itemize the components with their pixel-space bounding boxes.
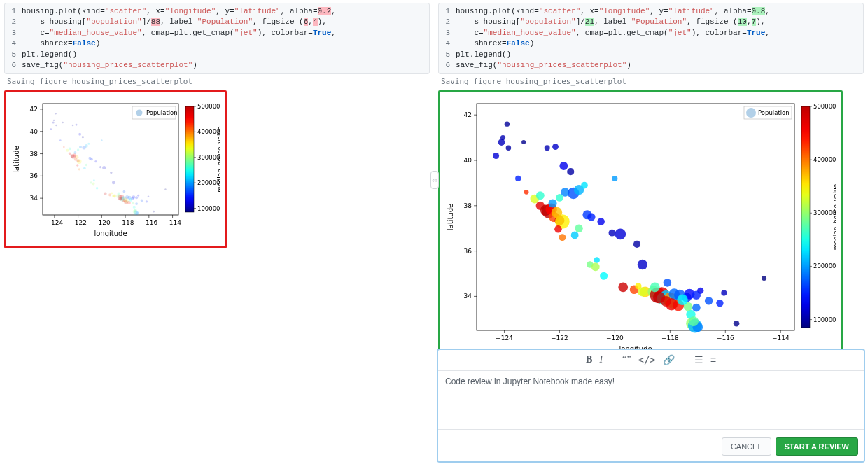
svg-point-180 (549, 200, 557, 208)
svg-point-72 (77, 149, 79, 151)
svg-text:median_house_value: median_house_value (216, 126, 220, 192)
svg-point-3 (55, 113, 56, 114)
comment-toolbar: B I “” </> 🔗 ☰ ≡ (438, 350, 864, 371)
svg-point-150 (634, 241, 640, 248)
svg-point-42 (132, 196, 136, 200)
svg-point-146 (612, 176, 617, 181)
svg-text:100000: 100000 (197, 205, 220, 212)
svg-text:500000: 500000 (197, 103, 220, 110)
comment-actions: CANCEL START A REVIEW (438, 432, 864, 461)
svg-text:latitude: latitude (13, 146, 20, 173)
svg-point-26 (102, 166, 106, 169)
svg-rect-0 (43, 104, 178, 215)
svg-point-151 (638, 260, 648, 270)
quote-icon[interactable]: “” (622, 354, 631, 366)
svg-point-188 (635, 284, 641, 290)
svg-point-75 (148, 196, 150, 198)
svg-point-58 (75, 155, 78, 159)
svg-point-17 (85, 144, 88, 148)
svg-point-30 (112, 181, 115, 185)
output-textl: Saving figure housing_prices_scatterplot (7, 77, 430, 86)
link-icon[interactable]: 🔗 (663, 354, 675, 366)
svg-point-66 (124, 200, 128, 204)
svg-point-21 (92, 183, 95, 186)
plot-container-right: −124−122−120−118−116−1143436384042longit… (438, 90, 843, 364)
svg-point-18 (85, 164, 88, 167)
svg-point-20 (90, 182, 92, 184)
svg-point-145 (609, 230, 616, 237)
svg-point-190 (587, 214, 595, 221)
svg-point-52 (78, 169, 80, 171)
svg-point-199 (677, 295, 687, 305)
svg-point-46 (135, 203, 138, 206)
svg-text:100000: 100000 (813, 316, 836, 323)
svg-text:median_house_value: median_house_value (832, 184, 836, 251)
svg-point-200 (692, 291, 701, 300)
comment-textarea[interactable]: Code review in Jupyter Notebook made eas… (438, 371, 864, 430)
svg-point-122 (493, 153, 499, 159)
svg-point-64 (55, 125, 57, 126)
svg-point-167 (692, 304, 701, 312)
svg-text:−116: −116 (140, 219, 158, 226)
svg-point-68 (93, 180, 95, 182)
svg-point-143 (597, 218, 604, 225)
code-icon[interactable]: </> (638, 354, 655, 366)
svg-point-183 (559, 162, 568, 170)
code-block-right: 1housing.plot(kind="scatter", x="longitu… (438, 3, 864, 74)
start-review-button[interactable]: START A REVIEW (776, 438, 858, 456)
svg-point-171 (716, 300, 723, 307)
svg-point-67 (111, 192, 113, 195)
svg-point-185 (506, 146, 512, 151)
svg-text:−124: −124 (46, 219, 64, 226)
svg-text:34: 34 (30, 195, 38, 202)
pane-divider-handle[interactable]: ⇔ (430, 171, 439, 189)
svg-point-125 (515, 176, 521, 181)
svg-point-228 (746, 108, 756, 118)
svg-text:−114: −114 (772, 335, 790, 342)
svg-text:−124: −124 (496, 335, 513, 342)
svg-rect-121 (477, 104, 794, 330)
svg-point-184 (545, 146, 550, 151)
svg-text:36: 36 (30, 173, 38, 180)
svg-point-29 (110, 172, 112, 174)
svg-point-47 (136, 212, 139, 216)
svg-point-74 (164, 189, 166, 190)
italic-icon[interactable]: I (599, 354, 603, 366)
svg-text:38: 38 (464, 202, 472, 209)
svg-point-14 (79, 146, 82, 148)
svg-text:40: 40 (464, 157, 472, 164)
svg-text:−122: −122 (551, 335, 568, 342)
svg-point-178 (581, 182, 588, 189)
svg-point-53 (76, 164, 78, 167)
cancel-button[interactable]: CANCEL (722, 438, 771, 456)
bold-icon[interactable]: B (586, 354, 592, 366)
svg-point-107 (136, 110, 143, 116)
review-comment-box: B I “” </> 🔗 ☰ ≡ Code review in Jupyter … (437, 349, 865, 463)
svg-point-187 (666, 298, 678, 310)
svg-point-69 (90, 158, 93, 161)
svg-point-70 (134, 209, 137, 213)
svg-point-50 (146, 201, 148, 203)
svg-text:Population: Population (758, 109, 790, 116)
svg-point-71 (83, 167, 86, 170)
svg-point-142 (592, 263, 600, 272)
svg-point-76 (123, 190, 126, 193)
svg-text:−116: −116 (717, 335, 734, 342)
svg-point-139 (575, 225, 582, 232)
svg-point-170 (705, 297, 713, 304)
svg-point-13 (77, 160, 82, 164)
svg-point-1 (50, 128, 52, 130)
svg-point-202 (522, 140, 526, 144)
svg-text:34: 34 (464, 293, 472, 300)
unordered-list-icon[interactable]: ≡ (710, 354, 716, 366)
svg-point-173 (559, 234, 566, 241)
svg-point-136 (567, 168, 574, 175)
svg-point-51 (153, 211, 155, 213)
svg-point-80 (53, 120, 55, 121)
diff-pane-right: 1housing.plot(kind="scatter", x="longitu… (434, 0, 868, 476)
svg-rect-109 (186, 106, 194, 212)
svg-text:42: 42 (464, 112, 472, 119)
svg-text:500000: 500000 (813, 103, 836, 110)
ordered-list-icon[interactable]: ☰ (694, 354, 704, 366)
svg-point-126 (524, 190, 529, 195)
